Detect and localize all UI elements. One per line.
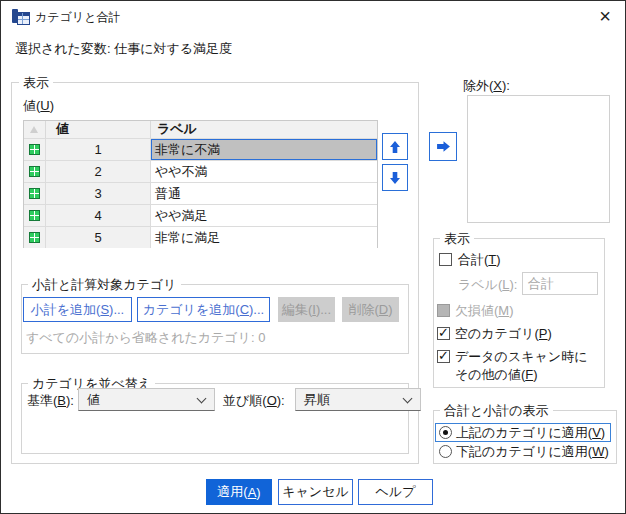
move-right-icon <box>436 139 451 154</box>
row-cell-label: やや不満 <box>151 160 377 182</box>
missing-values-label: 欠損値(M) <box>455 303 514 319</box>
add-subtotal-button[interactable]: 小計を追加(S)... <box>23 297 132 322</box>
apply-above-radio[interactable] <box>439 426 452 439</box>
apply-below-radio[interactable] <box>439 445 452 458</box>
total-checkbox[interactable] <box>439 253 452 266</box>
sort-indicator-icon <box>30 126 38 133</box>
row-cell-value: 1 <box>46 138 151 160</box>
move-down-button[interactable] <box>382 164 408 191</box>
value-grid-icon <box>29 210 40 221</box>
sort-by-select[interactable]: 値 <box>78 388 215 411</box>
sort-column-header <box>24 121 46 138</box>
move-to-excluded-button[interactable] <box>429 132 457 161</box>
dialog-title: カテゴリと合計 <box>35 9 120 26</box>
value-grid-icon <box>29 188 40 199</box>
apply-below-label: 下記のカテゴリに適用(W) <box>456 444 609 460</box>
title-bar: カテゴリと合計 × <box>1 1 625 31</box>
move-up-button[interactable] <box>382 133 408 160</box>
row-cell-icon <box>24 204 46 226</box>
totals-position-group-label: 合計と小計の表示 <box>440 402 553 420</box>
total-label-input: 合計 <box>522 272 598 295</box>
edit-button: 編集(I)... <box>278 297 335 322</box>
subtotals-group-label: 小計と計算対象カテゴリ <box>28 276 181 294</box>
row-cell-label: やや満足 <box>151 204 377 226</box>
sort-by-value: 値 <box>87 391 100 409</box>
table-row[interactable]: 4 やや満足 <box>24 204 377 226</box>
selected-variable-text: 選択された変数: 仕事に対する満足度 <box>15 40 232 58</box>
apply-above-label: 上記のカテゴリに適用(V) <box>456 425 605 441</box>
total-checkbox-label: 合計(T) <box>458 252 501 268</box>
omitted-categories-note: すべての小計から省略されたカテゴリ: 0 <box>26 330 265 346</box>
sort-order-value: 昇順 <box>304 391 330 409</box>
row-cell-label: 非常に満足 <box>151 226 377 248</box>
value-grid-icon <box>29 232 40 243</box>
display-group-label: 表示 <box>19 74 53 92</box>
apply-button[interactable]: 適用(A) <box>206 479 272 505</box>
close-icon[interactable]: × <box>591 3 619 29</box>
show-group-label: 表示 <box>440 230 474 248</box>
row-cell-value: 4 <box>46 204 151 226</box>
row-cell-value: 3 <box>46 182 151 204</box>
add-category-button[interactable]: カテゴリを追加(C)... <box>137 297 270 322</box>
categories-totals-dialog: カテゴリと合計 × 選択された変数: 仕事に対する満足度 表示 値(U) 値 ラ… <box>0 0 626 514</box>
row-cell-icon <box>24 138 46 160</box>
values-table-header: 値 ラベル <box>24 121 377 138</box>
table-row[interactable]: 2 やや不満 <box>24 160 377 182</box>
value-grid-icon <box>29 166 40 177</box>
other-values-label-line2: その他の値(F) <box>455 367 538 383</box>
sort-order-label: 並び順(O): <box>223 393 285 409</box>
sort-order-select[interactable]: 昇順 <box>295 388 421 411</box>
row-cell-value: 2 <box>46 160 151 182</box>
row-cell-label: 普通 <box>151 182 377 204</box>
row-cell-label: 非常に不満 <box>151 138 377 160</box>
app-table-icon <box>12 8 29 24</box>
table-row[interactable]: 3 普通 <box>24 182 377 204</box>
other-values-label-line1: データのスキャン時に <box>455 349 587 365</box>
other-values-checkbox[interactable] <box>437 350 450 363</box>
empty-categories-checkbox[interactable] <box>437 327 450 340</box>
values-table[interactable]: 値 ラベル 1 非常に不満 2 やや不満 3 普通 4 やや満足 5 非常に満足 <box>23 120 378 248</box>
chevron-down-icon <box>197 394 207 404</box>
table-row[interactable]: 1 非常に不満 <box>24 138 377 160</box>
excluded-listbox[interactable] <box>467 95 610 223</box>
row-cell-icon <box>24 160 46 182</box>
move-up-icon <box>388 140 402 154</box>
empty-categories-label: 空のカテゴリ(P) <box>455 326 552 342</box>
total-label-caption: ラベル(L): <box>458 277 517 293</box>
help-button[interactable]: ヘルプ <box>358 479 433 505</box>
move-down-icon <box>388 171 402 185</box>
row-cell-value: 5 <box>46 226 151 248</box>
row-cell-icon <box>24 226 46 248</box>
label-column-header: ラベル <box>151 121 377 138</box>
delete-button: 削除(D) <box>342 297 399 322</box>
sort-by-label: 基準(B): <box>27 393 74 409</box>
cancel-button[interactable]: キャンセル <box>278 479 353 505</box>
table-row[interactable]: 5 非常に満足 <box>24 226 377 248</box>
chevron-down-icon <box>403 394 413 404</box>
row-cell-icon <box>24 182 46 204</box>
value-grid-icon <box>29 144 40 155</box>
excluded-label: 除外(X): <box>463 78 510 94</box>
missing-values-checkbox <box>437 304 450 317</box>
values-label: 値(U) <box>23 98 54 114</box>
value-column-header: 値 <box>46 121 151 138</box>
